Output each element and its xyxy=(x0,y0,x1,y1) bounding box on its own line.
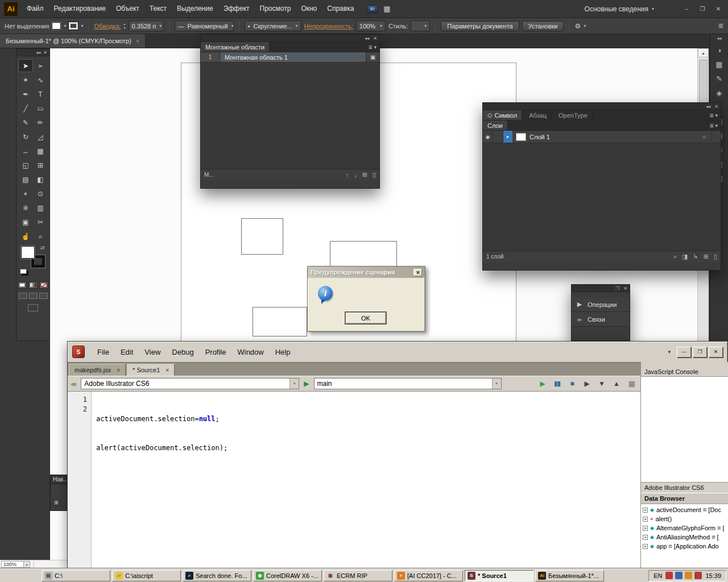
data-browser-row[interactable]: + ◆ AlternateGlyphsForm = [ xyxy=(641,523,728,533)
new-layer-icon[interactable]: ⊞ xyxy=(704,253,709,260)
menu-item[interactable]: Выделение xyxy=(172,0,218,18)
target-connected-icon[interactable]: ∞ xyxy=(71,380,76,388)
style-combo[interactable]: ▾ xyxy=(411,20,430,31)
menu-item[interactable]: View xyxy=(139,348,166,356)
rotate-tool[interactable]: ↻ xyxy=(18,130,33,143)
swap-fill-stroke-icon[interactable]: ⇄ xyxy=(40,245,45,251)
fill-caret-icon[interactable]: ▾ xyxy=(64,23,66,28)
arrange-documents-icon[interactable]: ▦ xyxy=(383,5,390,13)
make-clipping-mask-icon[interactable]: ◨ xyxy=(682,253,688,260)
artboard-icon[interactable]: ▣ xyxy=(366,52,379,62)
menu-item[interactable]: Текст xyxy=(144,0,172,18)
taskbar-item[interactable]: ● [AI CC2017] - C... xyxy=(394,570,463,581)
close-button[interactable]: ✕ xyxy=(709,347,723,357)
taskbar-item[interactable]: ⌕ Search done. Fo... xyxy=(183,570,251,581)
restore-button[interactable]: ❐ xyxy=(696,5,709,14)
data-browser-row[interactable]: + ◆ app = [Application Ado xyxy=(641,542,728,551)
type-tool[interactable]: T xyxy=(33,88,48,101)
target-app-combo[interactable]: Adobe Illustrator CS6 ▾ xyxy=(81,378,299,389)
stepper-down-icon[interactable]: ▾ xyxy=(124,26,126,30)
close-tab-icon[interactable]: × xyxy=(117,367,120,373)
taskbar-item[interactable]: ▦ ECRM RIP xyxy=(324,570,392,581)
hand-tool[interactable]: ☝ xyxy=(18,230,33,243)
language-indicator[interactable]: EN xyxy=(653,572,662,579)
play-button[interactable]: ▶ xyxy=(537,380,548,388)
color-button[interactable] xyxy=(18,281,27,289)
tool-options-icon[interactable]: ⚙ xyxy=(574,22,581,30)
color-panel-icon[interactable]: ◑ xyxy=(713,44,726,56)
code-editor[interactable]: 1 2 activeDocument.selection=null; alert… xyxy=(68,392,640,568)
pencil-tool[interactable]: ✏ xyxy=(33,116,48,129)
document-tab[interactable]: Безымянный-1* @ 100% (CMYK/Просмотр) × xyxy=(0,34,146,48)
document-setup-button[interactable]: Параметры документа xyxy=(441,21,519,31)
selection-tool[interactable]: ➤ xyxy=(18,59,33,72)
delete-layer-icon[interactable]: ▯ xyxy=(714,253,717,260)
data-browser-row[interactable]: + ◆ AntiAliasingMethod = [ xyxy=(641,533,728,542)
magic-wand-tool[interactable]: ✶ xyxy=(18,73,33,86)
zoom-combo[interactable]: 100% ▾ xyxy=(1,561,30,568)
menu-item[interactable]: Файл xyxy=(22,0,49,18)
pause-button[interactable]: ▮▮ xyxy=(552,380,562,388)
expander-icon[interactable]: + xyxy=(643,526,648,531)
panel-menu-icon[interactable]: ≣ ▾ xyxy=(709,123,721,128)
ok-button[interactable]: OK xyxy=(345,312,386,324)
direct-selection-tool[interactable]: ➢ xyxy=(33,59,48,72)
restore-panel-icon[interactable]: ❐ xyxy=(615,286,619,291)
gradient-tool[interactable]: ◧ xyxy=(33,173,48,186)
control-panel-menu-icon[interactable]: ≣ xyxy=(718,22,723,30)
close-button[interactable]: ✕ xyxy=(712,5,725,14)
menu-item[interactable]: Справка xyxy=(322,0,359,18)
stroke-profile-combo[interactable]: — Равномерный ▾ xyxy=(175,20,234,31)
stroke-weight-combo[interactable]: 0.3528 п ▾ xyxy=(129,20,164,31)
collapse-panel-icon[interactable]: ◂◂ xyxy=(706,104,710,109)
code-text[interactable]: activeDocument.selection=null; alert(act… xyxy=(92,392,640,568)
chevron-down-icon[interactable]: ▾ xyxy=(492,379,501,389)
maximize-button[interactable]: ❐ xyxy=(693,347,707,357)
taskbar-item[interactable]: ◉ CorelDRAW X6 -... xyxy=(253,570,322,581)
shape-builder-tool[interactable]: ◱ xyxy=(18,159,33,172)
tools-panel-header[interactable]: ∙∙∙∙∙∙ ◂◂ ✕ xyxy=(16,49,49,56)
panel-drag-header[interactable]: ❐ ✕ xyxy=(572,285,630,292)
close-panel-icon[interactable]: ✕ xyxy=(623,286,627,291)
resize-grip[interactable]: ∙∙∙∙∙∙∙∙ xyxy=(201,180,379,188)
resize-grip[interactable]: ∙∙∙∙∙∙∙∙ xyxy=(483,262,721,270)
data-browser-row[interactable]: + ● alert() xyxy=(641,514,728,523)
opacity-combo[interactable]: 100% ▾ xyxy=(356,20,386,31)
stepper-up-icon[interactable]: ▴ xyxy=(124,22,126,26)
actions-panel-item[interactable]: ▶ Операции xyxy=(572,297,630,312)
lock-toggle-cell[interactable] xyxy=(493,131,503,143)
artwork-rectangle[interactable] xyxy=(241,218,283,255)
brushes-panel-icon[interactable]: ✎ xyxy=(713,72,726,85)
connect-run-icon[interactable]: ▶ xyxy=(304,380,309,388)
artwork-rectangle[interactable] xyxy=(253,307,307,336)
close-panel-icon[interactable]: ✕ xyxy=(373,36,377,41)
step-out-button[interactable]: ▲ xyxy=(611,380,622,388)
default-fill-stroke-icon[interactable] xyxy=(20,269,27,274)
panel-drag-header[interactable]: ◂◂ ✕ xyxy=(483,103,721,110)
stroke-weight-stepper[interactable]: ▴ ▾ xyxy=(124,22,126,30)
fill-color-swatch[interactable] xyxy=(52,22,61,30)
draw-behind-button[interactable] xyxy=(29,293,38,299)
blend-tool[interactable]: ⊙ xyxy=(33,187,48,200)
menu-item[interactable]: Эффект xyxy=(218,0,255,18)
console-layout-toggle-icon[interactable]: ▤ xyxy=(626,380,637,388)
menu-item[interactable]: Редактирование xyxy=(49,0,111,18)
editor-tab[interactable]: * Source1 × xyxy=(127,364,175,376)
collapse-panel-icon[interactable]: ◂◂ xyxy=(365,36,369,41)
clock[interactable]: 15:39 xyxy=(705,572,721,579)
width-tool[interactable]: ↔ xyxy=(18,144,33,157)
chevron-down-icon[interactable]: ▾ xyxy=(584,23,586,28)
delete-artboard-icon[interactable]: ▯ xyxy=(373,171,376,178)
draw-normal-button[interactable] xyxy=(19,293,27,299)
column-graph-tool[interactable]: ▥ xyxy=(33,201,48,214)
chevron-down-icon[interactable]: ▾ xyxy=(668,349,671,355)
brush-definition-combo[interactable]: • Скругление... ▾ xyxy=(245,20,301,31)
expander-icon[interactable]: + xyxy=(643,508,648,513)
taskbar-item[interactable]: ▤ C:\ xyxy=(42,570,110,581)
tab-layers[interactable]: Слои xyxy=(483,120,508,130)
screen-mode-button[interactable] xyxy=(28,304,38,311)
layer-expander-icon[interactable]: ▸ xyxy=(503,131,512,143)
menu-item[interactable]: Profile xyxy=(200,348,232,356)
menu-item[interactable]: Debug xyxy=(166,348,199,356)
move-artboard-up-icon[interactable]: ↑ xyxy=(346,172,349,178)
